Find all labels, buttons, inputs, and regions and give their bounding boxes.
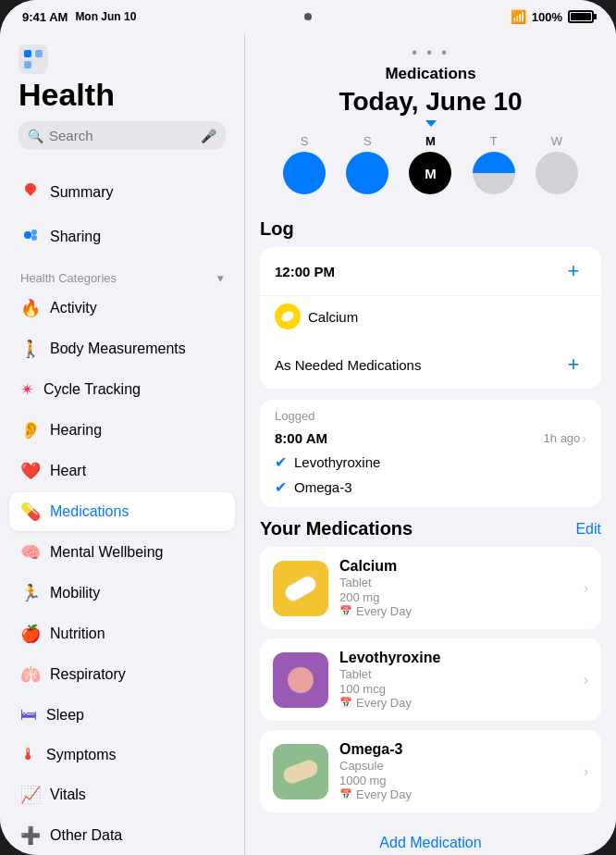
log-med-row: Calcium (260, 296, 601, 341)
search-input[interactable] (49, 128, 195, 143)
log-time: 12:00 PM (275, 264, 335, 279)
sidebar-item-medications[interactable]: 💊 Medications (9, 492, 235, 531)
summary-icon (20, 180, 41, 204)
day-col-m[interactable]: M M (409, 134, 451, 194)
med-card-omega3[interactable]: Omega-3 Capsule 1000 mg 📅 Every Day › (260, 730, 601, 812)
svg-rect-1 (35, 50, 43, 57)
sidebar-item-body[interactable]: 🚶 Body Measurements (9, 329, 235, 368)
sidebar-item-body-label: Body Measurements (50, 341, 186, 357)
mental-icon: 🧠 (20, 542, 41, 563)
sidebar-item-summary-label: Summary (50, 184, 113, 201)
logged-time-row[interactable]: 8:00 AM 1h ago › (260, 423, 601, 450)
your-meds-title: Your Medications (260, 518, 413, 539)
day-col-w[interactable]: W (536, 134, 578, 194)
calcium-pill (282, 573, 319, 604)
sidebar-item-vitals[interactable]: 📈 Vitals (9, 775, 235, 814)
edit-button[interactable]: Edit (575, 521, 601, 538)
status-date: Mon Jun 10 (75, 10, 136, 23)
sidebar-item-cycle[interactable]: ✴ Cycle Tracking (9, 370, 235, 409)
body-icon: 🚶 (20, 339, 41, 359)
svg-point-4 (31, 229, 37, 235)
levothyroxine-pill (288, 667, 314, 693)
sidebar-item-hearing-label: Hearing (50, 422, 102, 439)
status-time: 9:41 AM (22, 10, 68, 24)
med-card-levothyroxine[interactable]: Levothyroxine Tablet 100 mcg 📅 Every Day… (260, 638, 601, 721)
main-panel: • • • Medications Today, June 10 S S (245, 33, 616, 855)
day-col-s1[interactable]: S (283, 134, 326, 194)
logged-header: Logged (260, 400, 601, 423)
add-medication-button[interactable]: Add Medication (260, 822, 601, 855)
day-letter-s1: S (301, 134, 309, 148)
levothyroxine-chevron-icon: › (584, 672, 588, 688)
sidebar-item-mobility[interactable]: 🏃 Mobility (9, 574, 235, 613)
med-card-calcium[interactable]: Calcium Tablet 200 mg 📅 Every Day › (260, 547, 601, 629)
as-needed-plus-button[interactable]: + (561, 352, 586, 378)
sidebar-item-nutrition[interactable]: 🍎 Nutrition (9, 614, 235, 653)
omega3-type: Capsule (339, 759, 573, 773)
calcium-log-icon (275, 304, 301, 329)
sidebar-item-cycle-label: Cycle Tracking (43, 381, 141, 398)
battery-icon (568, 10, 594, 23)
search-bar[interactable]: 🔍 🎤 (18, 121, 226, 150)
log-plus-button[interactable]: + (561, 258, 586, 284)
omega3-pill (281, 758, 320, 786)
sidebar-item-activity[interactable]: 🔥 Activity (9, 289, 235, 328)
health-categories-label: Health Categories (20, 271, 117, 285)
your-meds-header: Your Medications Edit (260, 518, 601, 539)
battery-percent: 100% (532, 10, 562, 24)
sidebar-item-medications-label: Medications (50, 503, 129, 520)
logged-med-omega: Omega-3 (294, 479, 352, 495)
sharing-icon (20, 225, 41, 249)
svg-point-3 (24, 231, 31, 239)
sidebar-item-symptoms[interactable]: 🌡 Symptoms (9, 736, 235, 774)
sidebar-item-mobility-label: Mobility (50, 585, 100, 601)
other-data-icon: ➕ (20, 825, 41, 846)
sidebar-item-sleep[interactable]: 🛏 Sleep (9, 696, 235, 734)
sidebar-item-summary[interactable]: Summary (9, 170, 235, 214)
logged-card: Logged 8:00 AM 1h ago › ✔ Levothyroxine … (260, 400, 601, 507)
panel-title: Medications (264, 65, 598, 83)
mic-icon[interactable]: 🎤 (201, 129, 216, 143)
day-letter-m: M (425, 134, 436, 148)
svg-rect-2 (24, 61, 31, 68)
heart-icon: ❤️ (20, 461, 41, 481)
status-right: 📶 100% (511, 9, 594, 24)
logged-med-levothyroxine-row: ✔ Levothyroxine (260, 450, 601, 475)
day-circle-s2 (346, 152, 388, 194)
symptoms-icon: 🌡 (20, 745, 37, 764)
hearing-icon: 👂 (20, 420, 41, 440)
log-med-calcium: Calcium (308, 309, 358, 325)
mobility-icon: 🏃 (20, 583, 41, 603)
logged-chevron-icon: › (582, 431, 586, 446)
nutrition-icon: 🍎 (20, 624, 41, 644)
levothyroxine-name: Levothyroxine (339, 650, 573, 666)
sidebar-item-respiratory[interactable]: 🫁 Respiratory (9, 655, 235, 694)
svg-rect-0 (24, 50, 31, 57)
panel-more-dots[interactable]: • • • (264, 44, 598, 61)
calcium-name: Calcium (339, 558, 573, 575)
sidebar-item-mental[interactable]: 🧠 Mental Wellbeing (9, 533, 235, 572)
svg-point-6 (280, 309, 295, 324)
search-icon: 🔍 (28, 129, 43, 143)
day-circle-m: M (409, 152, 451, 194)
vitals-icon: 📈 (20, 785, 41, 805)
day-col-s2[interactable]: S (346, 134, 388, 194)
sidebar-item-nutrition-label: Nutrition (50, 626, 105, 642)
day-col-t[interactable]: T (473, 134, 515, 194)
sidebar-item-sharing[interactable]: Sharing (9, 216, 235, 258)
log-section-title: Log (260, 218, 601, 240)
levothyroxine-dose: 100 mcg (339, 682, 573, 696)
health-categories-section-header[interactable]: Health Categories ▾ (9, 264, 235, 289)
sidebar-item-hearing[interactable]: 👂 Hearing (9, 411, 235, 450)
panel-date: Today, June 10 (264, 87, 598, 117)
sidebar-nav: Summary Sharing Health Categories ▾ 🔥 (0, 170, 244, 855)
calendar-icon-omega3: 📅 (339, 788, 352, 800)
logged-time: 8:00 AM (275, 430, 327, 446)
logged-med-levothyroxine: Levothyroxine (294, 454, 380, 470)
sidebar-item-heart[interactable]: ❤️ Heart (9, 452, 235, 490)
check-icon-levothyroxine: ✔ (275, 453, 287, 471)
sidebar-item-activity-label: Activity (50, 300, 97, 316)
omega3-name: Omega-3 (339, 741, 573, 758)
sidebar-item-heart-label: Heart (50, 463, 86, 479)
sidebar-item-other[interactable]: ➕ Other Data (9, 816, 235, 855)
